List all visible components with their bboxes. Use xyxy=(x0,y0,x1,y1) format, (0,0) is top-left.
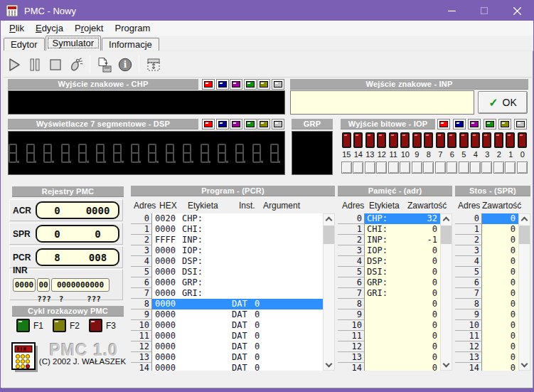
row-address-button[interactable]: 12 xyxy=(338,341,365,352)
memory-row-12[interactable]: 120 xyxy=(338,341,440,352)
row-address-button[interactable]: 9 xyxy=(455,309,482,320)
memory-row-13[interactable]: 130 xyxy=(338,352,440,363)
iop-bit-button-0[interactable] xyxy=(517,161,528,174)
iop-bit-button-13[interactable] xyxy=(365,161,375,174)
memory-row-1[interactable]: 1CHI:0 xyxy=(338,224,440,235)
scroll-down-button[interactable] xyxy=(324,359,334,370)
ok-button[interactable]: ✓ OK xyxy=(478,91,528,114)
row-address-button[interactable]: 8 xyxy=(338,299,365,309)
color-swatch-button-5[interactable] xyxy=(272,79,284,90)
row-address-button[interactable]: 1 xyxy=(338,224,365,235)
row-address-button[interactable]: 6 xyxy=(338,277,365,288)
stack-row-12[interactable]: 120 xyxy=(455,341,518,352)
menu-plik[interactable]: Plik xyxy=(4,21,30,35)
color-swatch-button-3[interactable] xyxy=(484,119,496,129)
stop-button[interactable] xyxy=(45,54,65,75)
run-button[interactable] xyxy=(4,54,24,75)
stack-row-13[interactable]: 130 xyxy=(455,352,518,363)
maximize-button[interactable] xyxy=(468,1,501,21)
stack-scrollbar[interactable] xyxy=(518,213,530,371)
tab-informacje[interactable]: Informacje xyxy=(102,38,159,51)
iop-bit-button-14[interactable] xyxy=(353,161,363,174)
scrollbar-thumb[interactable] xyxy=(324,226,334,244)
stack-row-6[interactable]: 60 xyxy=(455,277,518,288)
row-address-button[interactable]: 4 xyxy=(338,256,365,267)
iop-bit-button-11[interactable] xyxy=(388,161,399,174)
color-swatch-button-4[interactable] xyxy=(257,119,270,129)
iop-bit-button-2[interactable] xyxy=(493,161,504,174)
row-address-button[interactable]: 6 xyxy=(131,277,152,288)
step-button[interactable] xyxy=(65,54,86,75)
row-address-button[interactable]: 4 xyxy=(131,256,152,267)
iop-bit-button-3[interactable] xyxy=(481,161,492,174)
color-swatch-button-2[interactable] xyxy=(230,79,242,90)
info-button[interactable]: i xyxy=(114,54,135,75)
stack-row-8[interactable]: 80 xyxy=(455,299,518,309)
iop-bit-button-15[interactable] xyxy=(341,161,352,174)
program-row-14[interactable]: 140000DAT0 xyxy=(131,363,323,371)
row-address-button[interactable]: 13 xyxy=(338,352,365,363)
memory-row-11[interactable]: 110 xyxy=(338,331,440,341)
row-address-button[interactable]: 9 xyxy=(131,309,152,320)
color-swatch-button-0[interactable] xyxy=(437,119,450,129)
scroll-down-button[interactable] xyxy=(441,359,452,370)
iop-bit-button-10[interactable] xyxy=(400,161,410,174)
stack-row-1[interactable]: 10 xyxy=(455,224,518,235)
program-row-3[interactable]: 30000IOP: xyxy=(131,245,323,256)
memory-row-8[interactable]: 80 xyxy=(338,299,440,309)
row-address-button[interactable]: 14 xyxy=(338,363,365,371)
color-swatch-button-0[interactable] xyxy=(202,79,215,90)
row-address-button[interactable]: 2 xyxy=(131,235,152,245)
program-row-2[interactable]: 2FFFFINP: xyxy=(131,235,323,245)
row-address-button[interactable]: 12 xyxy=(131,341,152,352)
row-address-button[interactable]: 8 xyxy=(131,299,152,309)
program-row-10[interactable]: 100000DAT0 xyxy=(131,320,323,331)
program-row-11[interactable]: 110000DAT0 xyxy=(131,331,323,341)
color-swatch-button-0[interactable] xyxy=(202,119,215,129)
iop-bit-button-8[interactable] xyxy=(423,161,434,174)
row-address-button[interactable]: 1 xyxy=(131,224,152,235)
memory-row-14[interactable]: 140 xyxy=(338,363,440,371)
memory-row-5[interactable]: 5DSI:0 xyxy=(338,267,440,277)
row-address-button[interactable]: 11 xyxy=(131,331,152,341)
color-swatch-button-4[interactable] xyxy=(257,79,270,90)
row-address-button[interactable]: 5 xyxy=(455,267,482,277)
row-address-button[interactable]: 2 xyxy=(338,235,365,245)
row-address-button[interactable]: 3 xyxy=(455,245,482,256)
memory-row-6[interactable]: 6GRP:0 xyxy=(338,277,440,288)
color-swatch-button-1[interactable] xyxy=(216,119,229,129)
color-swatch-button-2[interactable] xyxy=(468,119,481,129)
row-address-button[interactable]: 7 xyxy=(131,288,152,299)
iop-bit-button-4[interactable] xyxy=(470,161,481,174)
color-swatch-button-2[interactable] xyxy=(230,119,242,129)
row-address-button[interactable]: 7 xyxy=(455,288,482,299)
color-swatch-button-3[interactable] xyxy=(244,119,257,129)
row-address-button[interactable]: 5 xyxy=(131,267,152,277)
stack-row-9[interactable]: 90 xyxy=(455,309,518,320)
row-address-button[interactable]: 9 xyxy=(338,309,365,320)
minimize-button[interactable] xyxy=(435,1,468,21)
iop-bit-button-5[interactable] xyxy=(459,161,469,174)
close-button[interactable] xyxy=(501,1,533,21)
row-address-button[interactable]: 14 xyxy=(131,363,152,371)
menu-edycja[interactable]: Edycja xyxy=(30,21,69,35)
row-address-button[interactable]: 10 xyxy=(338,320,365,331)
row-address-button[interactable]: 10 xyxy=(455,320,482,331)
stack-row-11[interactable]: 110 xyxy=(455,331,518,341)
iop-bit-button-7[interactable] xyxy=(435,161,446,174)
panel-size-button[interactable] xyxy=(143,54,164,75)
scroll-up-button[interactable] xyxy=(441,214,452,225)
program-scrollbar[interactable] xyxy=(323,213,335,371)
row-address-button[interactable]: 14 xyxy=(455,363,482,371)
tab-edytor[interactable]: Edytor xyxy=(4,38,45,51)
row-address-button[interactable]: 12 xyxy=(455,341,482,352)
row-address-button[interactable]: 13 xyxy=(455,352,482,363)
stack-row-10[interactable]: 100 xyxy=(455,320,518,331)
scroll-down-button[interactable] xyxy=(519,359,530,370)
memory-scrollbar[interactable] xyxy=(440,213,452,371)
stack-row-5[interactable]: 50 xyxy=(455,267,518,277)
memory-row-3[interactable]: 3IOP:0 xyxy=(338,245,440,256)
row-address-button[interactable]: 4 xyxy=(455,256,482,267)
row-address-button[interactable]: 2 xyxy=(455,235,482,245)
stack-row-3[interactable]: 30 xyxy=(455,245,518,256)
